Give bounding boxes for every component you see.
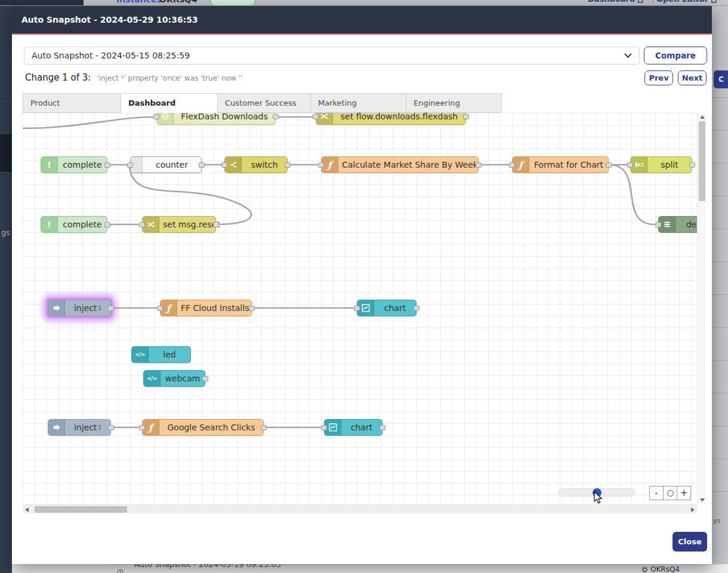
node-label: complete xyxy=(58,217,107,232)
port-in[interactable] xyxy=(139,222,145,227)
sidebar-item-label-fragment: gs xyxy=(1,228,10,237)
port-in[interactable] xyxy=(655,222,661,227)
tab-customer-success[interactable]: Customer Success xyxy=(218,93,311,113)
port-out[interactable] xyxy=(261,425,267,430)
node-label: counter xyxy=(143,157,201,172)
node-label: webcam xyxy=(161,371,205,386)
flow-node-chart-1[interactable]: chart xyxy=(357,300,417,316)
flow-node-inject-2[interactable]: inject1 xyxy=(48,419,111,436)
flow-node-counter[interactable]: counter xyxy=(130,156,202,173)
flow-node-calc-market-share[interactable]: ƒCalculate Market Share By Week xyxy=(321,156,479,173)
flow-node-complete-1[interactable]: !complete xyxy=(41,156,107,173)
flow-node-complete-2[interactable]: !complete xyxy=(41,216,107,233)
port-in[interactable] xyxy=(627,162,633,168)
port-in[interactable] xyxy=(139,425,145,430)
port-out[interactable] xyxy=(213,222,219,227)
flow-node-format-for-chart[interactable]: ƒFormat for Chart xyxy=(512,156,609,173)
close-button[interactable]: Close xyxy=(673,532,707,552)
node-label: Format for Chart xyxy=(529,157,608,172)
next-button[interactable]: Next xyxy=(678,70,707,85)
port-out[interactable] xyxy=(476,162,482,168)
shuffle-icon xyxy=(316,113,333,124)
port-in[interactable] xyxy=(153,114,159,119)
compare-button[interactable]: Compare xyxy=(644,47,707,64)
flow-canvas[interactable]: FlexDash Downloadsset flow.downloads.fle… xyxy=(23,113,697,504)
zoom-in-button[interactable]: + xyxy=(677,486,691,500)
flow-node-google-search-clicks[interactable]: ƒGoogle Search Clicks xyxy=(142,419,264,436)
port-in[interactable] xyxy=(313,114,319,119)
prev-button[interactable]: Prev xyxy=(644,70,673,85)
flow-node-webcam[interactable]: </>webcam xyxy=(143,370,205,387)
flow-node-split[interactable]: split xyxy=(630,156,692,173)
flow-node-debug[interactable]: debug xyxy=(658,216,697,233)
external-link-icon xyxy=(638,0,644,3)
snapshot-select[interactable]: Auto Snapshot - 2024-05-15 08:25:59 xyxy=(24,47,640,64)
node-label: inject1 xyxy=(65,300,110,316)
port-in[interactable] xyxy=(127,162,133,168)
flow-node-inject-1[interactable]: inject1 xyxy=(48,300,111,316)
tab-engineering[interactable]: Engineering xyxy=(406,93,502,113)
vertical-scroll-thumb[interactable] xyxy=(699,121,705,201)
port-in[interactable] xyxy=(157,306,163,311)
port-out[interactable] xyxy=(606,162,612,168)
chevron-down-icon xyxy=(624,53,632,58)
instance-name: OKRsQ4 xyxy=(650,565,680,573)
scroll-down-arrow[interactable] xyxy=(700,498,705,502)
shuffle-icon xyxy=(143,217,159,232)
change-count-label: Change 1 of 3: xyxy=(25,72,91,83)
port-in[interactable] xyxy=(354,306,360,311)
node-label: Calculate Market Share By Week xyxy=(338,157,482,172)
horizontal-scrollbar[interactable] xyxy=(23,504,697,513)
port-out[interactable] xyxy=(463,114,469,119)
flow-node-switch[interactable]: switch xyxy=(224,156,288,173)
port-out[interactable] xyxy=(104,222,110,227)
port-out[interactable] xyxy=(108,306,114,311)
scroll-left-arrow[interactable] xyxy=(25,507,29,512)
flow-node-set-flow-downloads[interactable]: set flow.downloads.flexdash xyxy=(316,113,466,125)
port-out[interactable] xyxy=(273,114,279,119)
flow-node-ff-cloud-installs[interactable]: ƒFF Cloud Installs xyxy=(160,300,252,316)
open-editor-button[interactable]: Open Editor xyxy=(656,0,718,6)
port-in[interactable] xyxy=(509,162,515,168)
port-in[interactable] xyxy=(321,425,327,430)
port-out[interactable] xyxy=(380,425,385,430)
port-in[interactable] xyxy=(221,162,227,168)
horizontal-scroll-thumb[interactable] xyxy=(35,506,127,513)
vertical-scrollbar[interactable] xyxy=(697,113,706,504)
port-out[interactable] xyxy=(199,162,205,168)
node-label: complete xyxy=(58,157,107,172)
zoom-out-button[interactable]: - xyxy=(649,486,664,500)
zoom-reset-button[interactable] xyxy=(663,486,677,500)
instances-link[interactable]: Instances xyxy=(116,0,162,6)
tab-product[interactable]: Product xyxy=(23,93,121,113)
scroll-right-arrow[interactable] xyxy=(691,507,695,512)
port-out[interactable] xyxy=(202,376,208,381)
snapshot-history-item: Auto Snapshot - 2024-05-19 09:23:03 xyxy=(134,564,281,569)
tab-dashboard[interactable]: Dashboard xyxy=(121,93,218,113)
node-label: split xyxy=(647,157,692,172)
port-out[interactable] xyxy=(285,162,291,168)
flow-node-led[interactable]: </>led xyxy=(131,346,191,363)
port-out[interactable] xyxy=(104,162,110,168)
code-icon: </> xyxy=(144,371,161,386)
port-out[interactable] xyxy=(108,425,114,430)
function-icon: ƒ xyxy=(161,300,177,316)
tab-marketing[interactable]: Marketing xyxy=(311,93,406,113)
flow-node-chart-2[interactable]: chart xyxy=(324,419,382,436)
port-out[interactable] xyxy=(414,306,419,311)
inject-arrow-icon xyxy=(48,300,65,316)
port-out[interactable] xyxy=(249,306,255,311)
flow-node-flexdash-downloads[interactable]: FlexDash Downloads xyxy=(156,113,276,125)
sidebar-selected-item[interactable] xyxy=(0,134,12,172)
port-in[interactable] xyxy=(318,162,324,168)
node-label: set flow.downloads.flexdash xyxy=(333,113,465,124)
port-out[interactable] xyxy=(689,162,695,168)
node-label: FlexDash Downloads xyxy=(174,113,275,124)
mouse-cursor xyxy=(594,491,604,504)
flow-node-set-msg-reset[interactable]: set msg.reset xyxy=(142,216,216,233)
exclamation-icon: ! xyxy=(41,217,58,232)
dashboard-button[interactable]: Dashboard xyxy=(588,0,644,6)
scroll-up-arrow[interactable] xyxy=(700,115,705,119)
modal-header: Auto Snapshot - 2024-05-29 10:36:53 xyxy=(12,6,712,35)
background-compare-button-fragment[interactable]: C xyxy=(714,70,728,88)
